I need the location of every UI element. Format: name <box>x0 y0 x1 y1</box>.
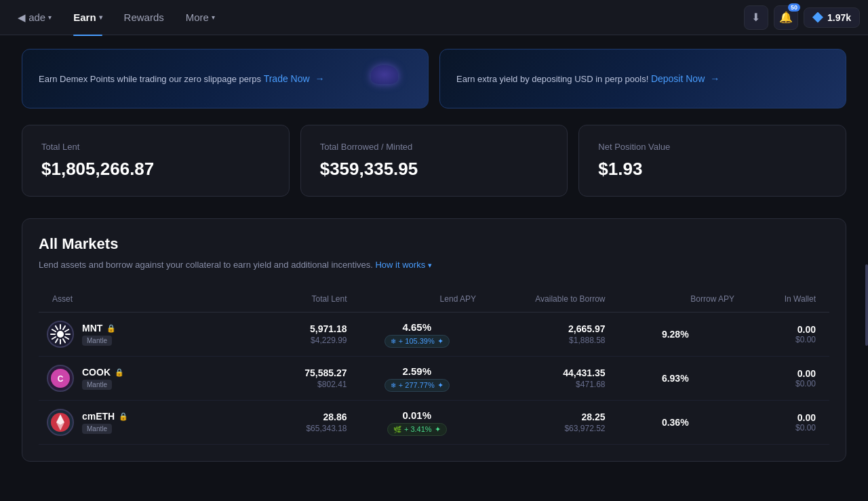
nav-earn-chevron: ▾ <box>99 14 102 21</box>
svg-line-7 <box>52 329 56 332</box>
asset-chain-badge: Mantle <box>82 380 112 390</box>
markets-subtitle-text: Lend assets and borrow against your coll… <box>39 260 375 270</box>
lend-apy-cell: 0.01% 🌿 + 3.41% ✦ <box>353 409 482 436</box>
nav-earn[interactable]: Earn ▾ <box>64 6 111 28</box>
col-total-lent-header: Total Lent <box>223 292 353 306</box>
all-markets-section: All Markets Lend assets and borrow again… <box>22 218 846 462</box>
net-position-label: Net Position Value <box>598 142 827 152</box>
total-lent-primary: 28.86 <box>229 412 347 422</box>
notification-badge: 50 <box>788 3 800 12</box>
total-borrowed-label: Total Borrowed / Minted <box>320 142 549 152</box>
banner-deposit[interactable]: Earn extra yield by depositing USD in pe… <box>439 49 846 108</box>
col-asset-header: Asset <box>47 292 223 306</box>
jellyfish-decoration <box>357 62 412 96</box>
scrollbar[interactable] <box>865 264 868 346</box>
asset-chain-badge: Mantle <box>82 424 112 434</box>
banner-deposit-link[interactable]: Deposit Now → <box>651 73 719 84</box>
sparkle-icon: ✦ <box>435 425 441 434</box>
col-borrow-apy-header: Borrow APY <box>611 292 741 306</box>
total-lent-value: $1,805,266.87 <box>41 159 270 180</box>
nav-trade-chevron: ▾ <box>48 14 52 21</box>
asset-symbol: MNT <box>82 323 102 334</box>
nav-rewards[interactable]: Rewards <box>115 6 174 28</box>
col-in-wallet-header: In Wallet <box>740 292 821 306</box>
asset-icon <box>47 409 74 436</box>
asset-name: cmETH 🔒 <box>82 411 128 422</box>
table-row[interactable]: MNT 🔒 Mantle 5,971.18 $4,229.99 4.65% ❄ … <box>39 313 829 357</box>
available-borrow-primary: 28.25 <box>487 412 606 422</box>
total-lent-cell: 75,585.27 $802.41 <box>223 367 353 389</box>
asset-info: MNT 🔒 Mantle <box>82 323 116 346</box>
table-header: Asset Total Lent Lend APY Available to B… <box>39 286 829 313</box>
chevron-down-icon: ▾ <box>428 261 432 269</box>
borrow-apy-main: 0.36% <box>616 417 735 428</box>
lend-apy-main: 4.65% <box>358 321 477 333</box>
svg-line-8 <box>56 326 58 329</box>
bonus-icon: ❄ <box>391 338 396 345</box>
available-borrow-primary: 2,665.97 <box>487 323 606 334</box>
how-it-works-link[interactable]: How it works ▾ <box>375 260 431 270</box>
table-row[interactable]: cmETH 🔒 Mantle 28.86 $65,343.18 0.01% 🌿 … <box>39 401 829 445</box>
lock-icon: 🔒 <box>106 324 116 333</box>
svg-line-5 <box>52 337 56 339</box>
banner-deposit-text: Earn extra yield by depositing USD in pe… <box>456 73 719 84</box>
total-borrowed-value: $359,335.95 <box>320 159 549 180</box>
wallet-button[interactable]: 1.97k <box>804 7 860 28</box>
total-lent-primary: 5,971.18 <box>229 323 347 334</box>
asset-cell: C COOK 🔒 Mantle <box>47 365 223 392</box>
available-borrow-usd: $471.68 <box>487 380 606 389</box>
markets-title: All Markets <box>39 235 829 253</box>
wallet-cell: 0.00 $0.00 <box>740 368 821 388</box>
asset-icon: C <box>47 365 74 392</box>
borrow-apy-cell: 0.36% <box>611 417 741 428</box>
total-lent-cell: 5,971.18 $4,229.99 <box>223 323 353 345</box>
asset-symbol: cmETH <box>82 411 115 422</box>
bell-icon: 🔔 <box>779 11 793 24</box>
nav-right: ⬇ 🔔 50 1.97k <box>744 5 860 30</box>
total-lent-label: Total Lent <box>41 142 270 152</box>
asset-cell: MNT 🔒 Mantle <box>47 321 223 348</box>
net-position-card: Net Position Value $1.93 <box>578 125 846 197</box>
arrow-icon-2: → <box>710 73 719 84</box>
stats-row: Total Lent $1,805,266.87 Total Borrowed … <box>22 125 846 197</box>
lend-apy-main: 2.59% <box>358 365 477 377</box>
total-lent-cell: 28.86 $65,343.18 <box>223 412 353 433</box>
total-lent-usd: $802.41 <box>229 380 347 389</box>
nav-rewards-label: Rewards <box>124 12 164 23</box>
wallet-primary: 0.00 <box>745 368 816 379</box>
borrow-apy-cell: 9.28% <box>611 329 741 340</box>
banner-trade-link[interactable]: Trade Now → <box>264 73 325 84</box>
wallet-cell: 0.00 $0.00 <box>740 324 821 344</box>
notifications-button[interactable]: 🔔 50 <box>774 5 798 30</box>
svg-line-1 <box>65 337 68 339</box>
lend-apy-cell: 2.59% ❄ + 277.77% ✦ <box>353 365 482 392</box>
main-content: Earn Demex Points while trading our zero… <box>0 35 868 475</box>
bonus-value: + 105.39% <box>399 337 435 345</box>
nav-more-chevron: ▾ <box>212 14 215 21</box>
nav-earn-label: Earn <box>73 12 96 23</box>
asset-name: COOK 🔒 <box>82 367 124 378</box>
arrow-icon: → <box>315 73 325 84</box>
download-button[interactable]: ⬇ <box>744 5 768 30</box>
asset-cell: cmETH 🔒 Mantle <box>47 409 223 436</box>
markets-subtitle: Lend assets and borrow against your coll… <box>39 260 829 270</box>
bonus-icon: 🌿 <box>393 426 401 433</box>
lend-apy-bonus: 🌿 + 3.41% ✦ <box>387 423 447 436</box>
table-row[interactable]: C COOK 🔒 Mantle 75,585.27 $802.41 2.59% … <box>39 357 829 401</box>
sparkle-icon: ✦ <box>437 381 443 390</box>
available-borrow-usd: $1,888.58 <box>487 336 606 345</box>
nav-trade[interactable]: ◀ ade ▾ <box>8 6 61 29</box>
navigation: ◀ ade ▾ Earn ▾ Rewards More ▾ ⬇ 🔔 50 1.9… <box>0 0 868 35</box>
borrow-apy-cell: 6.93% <box>611 373 741 384</box>
banner-deposit-prefix: Earn extra yield by depositing USD in pe… <box>456 74 651 84</box>
banners-row: Earn Demex Points while trading our zero… <box>22 49 846 108</box>
nav-more[interactable]: More ▾ <box>176 6 224 28</box>
nav-trade-label: ◀ ade <box>18 12 45 24</box>
wallet-secondary: $0.00 <box>745 423 816 433</box>
lock-icon: 🔒 <box>115 368 124 377</box>
svg-point-12 <box>57 331 64 338</box>
banner-trade[interactable]: Earn Demex Points while trading our zero… <box>22 49 429 108</box>
borrow-apy-main: 6.93% <box>616 373 735 384</box>
wallet-value: 1.97k <box>827 12 851 23</box>
col-lend-apy-header: Lend APY <box>353 292 482 306</box>
